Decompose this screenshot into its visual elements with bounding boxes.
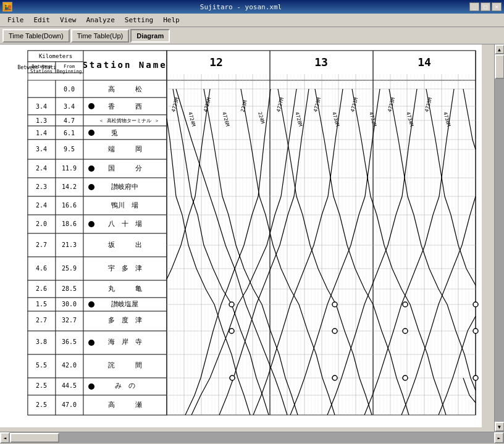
- horizontal-scrollbar[interactable]: ◄ ►: [0, 432, 504, 444]
- svg-point-93: [88, 301, 94, 308]
- vertical-scrollbar[interactable]: ▲ ▼: [494, 44, 504, 432]
- svg-text:坂　　　出: 坂 出: [107, 241, 142, 249]
- close-button[interactable]: ×: [492, 2, 502, 11]
- app-icon: 🚂: [2, 2, 12, 12]
- maximize-button[interactable]: □: [481, 2, 490, 11]
- svg-text:高　　　瀬: 高 瀬: [108, 401, 142, 409]
- svg-text:3.4: 3.4: [36, 146, 47, 153]
- menu-bar: File Edit View Analyze Setting Help: [0, 14, 504, 27]
- window-title: Sujitaro - yosan.xml: [12, 3, 469, 11]
- svg-text:＜ 高松貨物ターミナル ＞: ＜ 高松貨物ターミナル ＞: [99, 118, 159, 124]
- svg-text:2.5: 2.5: [36, 401, 47, 408]
- svg-text:14: 14: [418, 56, 431, 69]
- svg-text:Beginning: Beginning: [57, 69, 82, 74]
- svg-text:2.4: 2.4: [36, 202, 47, 209]
- svg-text:2.3: 2.3: [36, 183, 47, 190]
- svg-text:3.4: 3.4: [64, 103, 75, 110]
- scroll-track-vertical[interactable]: [495, 54, 505, 422]
- timetable-up-button[interactable]: Time Table(Up): [71, 29, 130, 43]
- svg-point-250: [473, 375, 478, 380]
- svg-text:0.0: 0.0: [64, 86, 75, 93]
- scroll-left-button[interactable]: ◄: [0, 432, 10, 443]
- minimize-button[interactable]: _: [469, 2, 479, 11]
- svg-rect-12: [28, 80, 56, 98]
- svg-text:丸　　　亀: 丸 亀: [108, 285, 142, 293]
- svg-point-35: [88, 130, 94, 136]
- svg-point-240: [229, 329, 234, 333]
- window-controls: _ □ ×: [469, 2, 502, 11]
- svg-point-22: [88, 103, 94, 109]
- svg-text:25.9: 25.9: [62, 265, 77, 272]
- svg-text:2.7: 2.7: [36, 317, 47, 324]
- scroll-thumb-horizontal[interactable]: [10, 433, 59, 443]
- svg-text:み　の: み の: [115, 382, 135, 390]
- svg-point-246: [403, 329, 408, 333]
- diagram-area: Kilometers Station Name Between Stations…: [0, 44, 494, 432]
- svg-text:32.7: 32.7: [62, 317, 77, 324]
- svg-text:高　　　松: 高 松: [108, 85, 142, 93]
- title-bar: 🚂 Sujitaro - yosan.xml _ □ ×: [0, 0, 504, 14]
- menu-help[interactable]: Help: [158, 15, 185, 25]
- scroll-up-button[interactable]: ▲: [495, 44, 505, 54]
- scroll-right-button[interactable]: ►: [494, 432, 504, 443]
- svg-point-248: [473, 302, 478, 307]
- menu-view[interactable]: View: [55, 15, 82, 25]
- svg-text:宇　多　津: 宇 多 津: [108, 264, 142, 272]
- svg-text:八　十　場: 八 十 場: [108, 220, 142, 228]
- svg-text:兎: 兎: [111, 129, 138, 137]
- svg-text:42.0: 42.0: [62, 362, 77, 369]
- svg-text:讃岐塩屋: 讃岐塩屋: [111, 300, 138, 308]
- svg-text:2.4: 2.4: [36, 165, 47, 172]
- menu-edit[interactable]: Edit: [29, 15, 56, 25]
- svg-text:12: 12: [209, 56, 223, 69]
- svg-text:Station Name: Station Name: [82, 60, 167, 70]
- svg-text:端　　　岡: 端 岡: [108, 145, 142, 153]
- svg-text:3.8: 3.8: [36, 338, 47, 345]
- svg-text:国　　　分: 国 分: [108, 164, 142, 172]
- svg-text:18.6: 18.6: [62, 220, 77, 227]
- svg-text:2.6: 2.6: [36, 285, 47, 292]
- svg-text:28.5: 28.5: [62, 285, 77, 292]
- menu-analyze[interactable]: Analyze: [82, 15, 120, 25]
- svg-text:2.5: 2.5: [36, 382, 47, 389]
- svg-text:3.4: 3.4: [36, 103, 47, 110]
- menu-setting[interactable]: Setting: [120, 15, 158, 25]
- scroll-down-button[interactable]: ▼: [495, 422, 505, 432]
- menu-file[interactable]: File: [2, 15, 29, 25]
- toolbar: Time Table(Down) Time Table(Up) Diagram: [0, 27, 504, 44]
- svg-text:詫　　　間: 詫 間: [108, 361, 142, 369]
- svg-text:14.2: 14.2: [62, 183, 77, 190]
- svg-text:16.6: 16.6: [62, 202, 77, 209]
- svg-point-244: [332, 375, 337, 380]
- svg-text:2.7: 2.7: [36, 241, 47, 248]
- svg-text:6.1: 6.1: [64, 130, 75, 136]
- svg-point-106: [88, 340, 94, 346]
- svg-point-245: [403, 302, 408, 307]
- scroll-thumb-vertical[interactable]: [495, 54, 505, 79]
- svg-text:30.0: 30.0: [62, 301, 77, 308]
- svg-text:11.9: 11.9: [62, 165, 77, 172]
- svg-text:海　岸　寺: 海 岸 寺: [108, 338, 142, 346]
- diagram-svg: Kilometers Station Name Between Stations…: [0, 44, 482, 427]
- svg-text:讃岐府中: 讃岐府中: [111, 183, 138, 191]
- svg-text:36.5: 36.5: [62, 338, 77, 345]
- svg-text:2.0: 2.0: [36, 220, 47, 227]
- svg-point-241: [332, 302, 337, 307]
- svg-point-242: [332, 329, 337, 333]
- svg-point-249: [473, 329, 478, 333]
- svg-text:1.4: 1.4: [36, 130, 47, 136]
- diagram-button[interactable]: Diagram: [130, 29, 170, 43]
- svg-point-119: [88, 383, 94, 390]
- svg-text:1.3: 1.3: [36, 117, 47, 124]
- svg-point-48: [88, 165, 94, 172]
- timetable-down-button[interactable]: Time Table(Down): [2, 29, 70, 43]
- svg-text:21.3: 21.3: [62, 241, 77, 248]
- svg-point-243: [230, 375, 235, 380]
- svg-point-55: [88, 184, 94, 190]
- main-container: Kilometers Station Name Between Stations…: [0, 44, 504, 432]
- scroll-track-horizontal[interactable]: [10, 432, 494, 443]
- svg-text:13: 13: [314, 56, 328, 69]
- svg-text:5.5: 5.5: [36, 362, 47, 369]
- svg-point-239: [229, 302, 234, 307]
- svg-text:Kilometers: Kilometers: [39, 53, 72, 59]
